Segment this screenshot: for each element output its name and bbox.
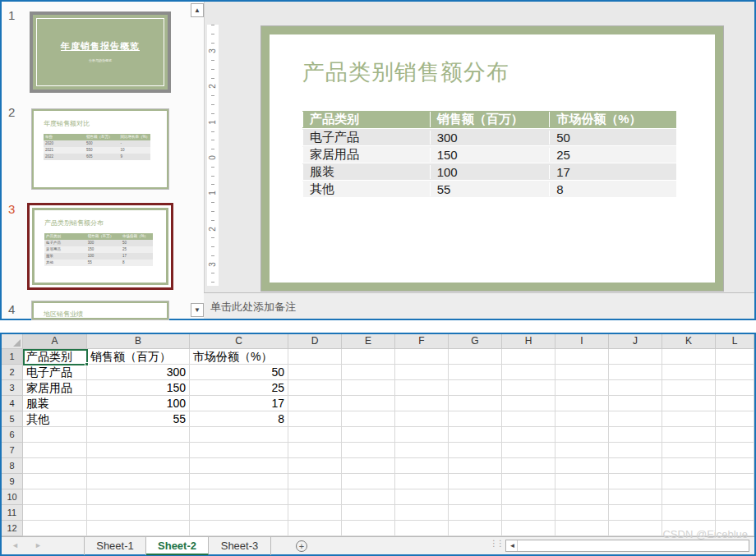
cell-B8[interactable]	[87, 458, 190, 474]
new-sheet-button[interactable]: +	[296, 540, 307, 552]
column-header-D[interactable]: D	[288, 334, 342, 349]
cell-D5[interactable]	[288, 411, 342, 427]
cell-L10[interactable]	[716, 489, 754, 505]
cell-E4[interactable]	[342, 396, 395, 411]
cell-D8[interactable]	[288, 458, 342, 474]
slide-thumbnail-4[interactable]: 地区销售业绩	[31, 301, 169, 320]
column-header-E[interactable]: E	[342, 334, 395, 349]
row-header-1[interactable]: 1	[2, 349, 23, 365]
cell-K7[interactable]	[662, 443, 716, 458]
row-header-6[interactable]: 6	[2, 427, 23, 443]
cell-B2[interactable]: 300	[87, 365, 190, 380]
column-header-B[interactable]: B	[87, 334, 190, 349]
cell-B6[interactable]	[87, 427, 190, 443]
cell-H11[interactable]	[502, 505, 555, 521]
cell-K11[interactable]	[662, 505, 716, 521]
cell-E10[interactable]	[342, 489, 395, 505]
cell-E6[interactable]	[342, 427, 395, 443]
cell-J7[interactable]	[609, 443, 662, 458]
cell-C8[interactable]	[190, 458, 288, 474]
cell-J6[interactable]	[609, 427, 662, 443]
cell-D9[interactable]	[288, 474, 342, 489]
cell-A6[interactable]	[23, 427, 87, 443]
row-header-9[interactable]: 9	[2, 474, 23, 489]
cell-E8[interactable]	[342, 458, 395, 474]
cell-H5[interactable]	[502, 411, 555, 427]
column-header-A[interactable]: A	[23, 334, 87, 349]
cell-F7[interactable]	[395, 443, 449, 458]
cell-C4[interactable]: 17	[190, 396, 288, 411]
cell-L2[interactable]	[716, 365, 754, 380]
cell-D2[interactable]	[288, 365, 342, 380]
table-row[interactable]: 其他558	[302, 180, 676, 197]
table-row[interactable]: 服装10017	[302, 163, 676, 180]
cell-G6[interactable]	[449, 427, 502, 443]
cell-G1[interactable]	[449, 349, 502, 365]
column-header-H[interactable]: H	[502, 334, 555, 349]
column-header-K[interactable]: K	[662, 334, 716, 349]
cell-G9[interactable]	[449, 474, 502, 489]
cell-H6[interactable]	[502, 427, 555, 443]
cell-I9[interactable]	[555, 474, 609, 489]
cell-A1[interactable]: 产品类别	[23, 349, 87, 365]
cell-H3[interactable]	[502, 380, 555, 396]
cell-K4[interactable]	[662, 396, 716, 411]
sheet-tab-sheet-1[interactable]: Sheet-1	[84, 537, 146, 555]
cell-C6[interactable]	[190, 427, 288, 443]
sheet-tab-sheet-3[interactable]: Sheet-3	[209, 537, 271, 555]
cell-K2[interactable]	[662, 365, 716, 380]
cell-A7[interactable]	[23, 443, 87, 458]
cell-D4[interactable]	[288, 396, 342, 411]
horizontal-scrollbar[interactable]: ◄	[505, 540, 749, 552]
cell-C10[interactable]	[190, 489, 288, 505]
cell-K10[interactable]	[662, 489, 716, 505]
cell-G11[interactable]	[449, 505, 502, 521]
cell-D7[interactable]	[288, 443, 342, 458]
cell-H7[interactable]	[502, 443, 555, 458]
cell-F6[interactable]	[395, 427, 449, 443]
cell-C7[interactable]	[190, 443, 288, 458]
sheet-nav-right-icon[interactable]: ►	[35, 537, 42, 555]
cell-K8[interactable]	[662, 458, 716, 474]
select-all-corner[interactable]	[2, 334, 23, 349]
cell-H1[interactable]	[502, 349, 555, 365]
cell-D3[interactable]	[288, 380, 342, 396]
cell-K3[interactable]	[662, 380, 716, 396]
cell-G3[interactable]	[449, 380, 502, 396]
cell-B10[interactable]	[87, 489, 190, 505]
cell-I11[interactable]	[555, 505, 609, 521]
cell-F4[interactable]	[395, 396, 449, 411]
cell-A3[interactable]: 家居用品	[23, 380, 87, 396]
cell-F5[interactable]	[395, 411, 449, 427]
cell-K6[interactable]	[662, 427, 716, 443]
cell-K9[interactable]	[662, 474, 716, 489]
cell-I6[interactable]	[555, 427, 609, 443]
cell-H9[interactable]	[502, 474, 555, 489]
cell-I3[interactable]	[555, 380, 609, 396]
row-header-5[interactable]: 5	[2, 411, 23, 427]
cell-I1[interactable]	[555, 349, 609, 365]
cell-B11[interactable]	[87, 505, 190, 521]
tab-scroll-splitter[interactable]: ⋮⋮	[490, 539, 503, 548]
thumbnail-scroll-down-button[interactable]: ▼	[191, 303, 204, 317]
cell-D12[interactable]	[288, 521, 342, 536]
slide-title[interactable]: 产品类别销售额分布	[302, 57, 509, 87]
cell-J3[interactable]	[609, 380, 662, 396]
cell-L9[interactable]	[716, 474, 754, 489]
cell-G4[interactable]	[449, 396, 502, 411]
cell-G7[interactable]	[449, 443, 502, 458]
table-row[interactable]: 家居用品15025	[302, 145, 676, 163]
slide-thumbnail-2[interactable]: 年度销售额对比年份销售额（百万）同比增长率（%）2020500-20215501…	[31, 108, 169, 190]
cell-D11[interactable]	[288, 505, 342, 521]
cell-F10[interactable]	[395, 489, 449, 505]
cell-F1[interactable]	[395, 349, 449, 365]
cell-L4[interactable]	[716, 396, 754, 411]
row-header-11[interactable]: 11	[2, 505, 23, 521]
row-header-2[interactable]: 2	[2, 365, 23, 380]
row-header-7[interactable]: 7	[2, 443, 23, 458]
scroll-left-icon[interactable]: ◄	[508, 540, 518, 551]
cell-L11[interactable]	[716, 505, 754, 521]
cell-E3[interactable]	[342, 380, 395, 396]
slide-thumbnail-3[interactable]: 产品类别销售额分布产品类别销售额（百万）市场份额（%）电子产品30050家居用品…	[27, 203, 173, 290]
cell-L3[interactable]	[716, 380, 754, 396]
